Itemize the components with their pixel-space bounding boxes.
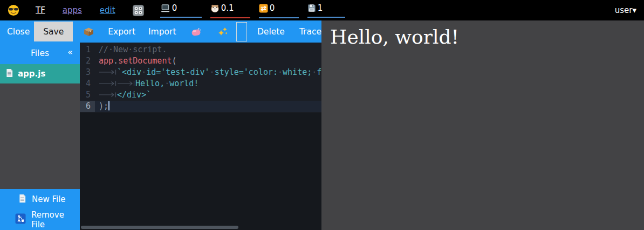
code-line[interactable]: 5</div>` (80, 89, 321, 101)
code-token: ( (172, 56, 176, 66)
code-lines[interactable]: 1//·New·script.2app.setDocument(3`<div·i… (80, 43, 321, 113)
new-file-label: New File (32, 194, 66, 204)
repeat-icon (259, 4, 268, 15)
save-button[interactable]: Save (34, 22, 73, 41)
line-number: 2 (80, 55, 95, 67)
code-line[interactable]: 3`<div·id='test-div'·style='color:·white… (80, 67, 321, 78)
code-token: style='color: (215, 67, 278, 77)
collapse-sidebar-button[interactable]: « (67, 47, 73, 57)
text-cursor (108, 101, 109, 110)
sparkles-icon[interactable] (217, 26, 228, 37)
line-number: 3 (80, 67, 95, 78)
floppy-icon (307, 4, 316, 15)
code-token: · (210, 67, 215, 77)
repeat-counter-value: 0 (270, 4, 275, 12)
file-list-empty-area (0, 83, 80, 189)
code-text[interactable]: Hello,·world! (95, 78, 321, 89)
code-token: · (165, 79, 169, 88)
editor-toolbar: Close Save Export Import (0, 20, 321, 43)
code-line[interactable]: 1//·New·script. (80, 44, 321, 55)
code-token: id='test-div' (146, 67, 209, 77)
remove-file-button[interactable]: Remove File (0, 210, 80, 229)
package-icon[interactable] (83, 26, 94, 37)
code-token: white; (283, 67, 312, 77)
apps-link[interactable]: apps (63, 5, 82, 15)
code-token: setDocument (118, 56, 172, 66)
remove-file-label: Remove File (31, 210, 80, 229)
brand-link[interactable]: TF (36, 5, 45, 15)
line-number: 5 (80, 89, 95, 101)
preview-pane: Hello, world! (321, 20, 644, 230)
litter-bin-icon (15, 213, 26, 226)
horizontal-scrollbar[interactable] (81, 226, 238, 229)
code-token: f (317, 67, 321, 77)
new-file-button[interactable]: New File (0, 190, 80, 209)
tab-whitespace-marker (99, 89, 117, 101)
files-panel-header: Files « (0, 43, 80, 64)
preview-heading: Hello, world! (321, 20, 644, 49)
code-editor[interactable]: 1//·New·script.2app.setDocument(3`<div·i… (80, 43, 321, 230)
repeat-counter-field[interactable]: 0 (259, 3, 299, 18)
hamster-counter-value: 0.1 (221, 4, 234, 12)
user-menu[interactable]: user▾ (615, 5, 636, 15)
file-name: app.js (18, 69, 45, 79)
code-token: `<div (117, 67, 141, 77)
export-button[interactable]: Export (108, 27, 135, 37)
control-knobs-icon[interactable] (132, 4, 145, 17)
code-text[interactable]: ); (95, 101, 321, 112)
code-text[interactable]: </div>` (95, 89, 321, 101)
floppy-counter-field[interactable]: 1 (307, 3, 345, 18)
floppy-counter-value: 1 (318, 4, 323, 12)
code-token: ); (99, 101, 108, 111)
new-file-icon (18, 194, 26, 205)
code-token: world! (169, 79, 198, 88)
sunglasses-face-icon[interactable] (8, 4, 19, 16)
laptop-counter-field[interactable]: 0 (160, 3, 202, 18)
line-number: 6 (80, 101, 95, 112)
trace-button[interactable]: Trace (299, 27, 321, 37)
file-item-appjs[interactable]: app.js (0, 64, 80, 83)
hamster-icon (210, 4, 220, 15)
code-line[interactable]: 4Hello,·world! (80, 78, 321, 89)
top-bar: TF apps edit 0 (0, 0, 644, 20)
laptop-icon (160, 4, 170, 15)
tab-whitespace-marker (99, 78, 117, 89)
code-token: · (312, 67, 317, 77)
line-number: 1 (80, 44, 95, 55)
tab-whitespace-marker (99, 67, 117, 78)
delete-button[interactable]: Delete (257, 27, 285, 37)
file-icon (5, 68, 13, 80)
code-line[interactable]: 2app.setDocument( (80, 55, 321, 67)
line-number: 4 (80, 78, 95, 89)
edit-link[interactable]: edit (100, 5, 115, 15)
close-button[interactable]: Close (7, 27, 30, 37)
code-token: Hello, (135, 79, 165, 88)
code-token: </div>` (117, 90, 151, 100)
code-token: app (99, 56, 113, 66)
hamster-counter-field[interactable]: 0.1 (210, 3, 250, 18)
empty-slot-button[interactable] (236, 22, 246, 41)
code-token: · (141, 67, 146, 77)
code-token: . (113, 56, 118, 66)
app-window: TF apps edit 0 (0, 0, 644, 230)
sidebar-actions: New File Remove File (0, 189, 80, 230)
code-token: //·New·script. (99, 45, 167, 54)
code-text[interactable]: app.setDocument( (95, 55, 321, 67)
tab-whitespace-marker (117, 78, 135, 89)
code-text[interactable]: `<div·id='test-div'·style='color:·white;… (95, 67, 321, 78)
code-token: · (278, 67, 283, 77)
code-text[interactable]: //·New·script. (95, 44, 321, 55)
laptop-counter-value: 0 (172, 4, 177, 12)
soap-icon[interactable] (191, 27, 202, 36)
files-panel-title: Files (31, 48, 49, 58)
import-button[interactable]: Import (148, 27, 176, 37)
code-line[interactable]: 6); (80, 101, 321, 112)
